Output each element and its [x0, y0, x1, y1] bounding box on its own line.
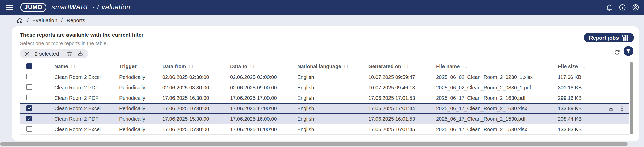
table-row[interactable]: Clean Room 2 PDFPeriodically17.06.2025 1…: [20, 93, 629, 103]
report-jobs-label: Report jobs: [589, 35, 619, 41]
cell-name: Clean Room 2 PDF: [54, 85, 119, 91]
breadcrumb-separator: /: [61, 17, 63, 23]
cell-file-size: 301.18 KB: [558, 85, 629, 91]
header-checkbox-cell: [20, 63, 54, 70]
cell-data-from: 17.06.2025 16:30:00: [162, 106, 230, 112]
row-checkbox[interactable]: [26, 105, 32, 111]
cell-generated-on: 10.07.2025 09:46:13: [368, 85, 436, 91]
row-checkbox-cell: [20, 95, 54, 102]
info-icon[interactable]: [619, 4, 626, 11]
cell-name: Clean Room 2 Excel: [54, 106, 119, 112]
cell-file-size: 117.66 KB: [558, 74, 629, 80]
cell-trigger: Periodically: [119, 85, 162, 91]
cell-name: Clean Room 2 PDF: [54, 95, 119, 101]
sort-arrows-icon: ↑↓: [462, 64, 468, 69]
cell-data-from: 17.06.2025 15:30:00: [162, 127, 230, 132]
reports-card: These reports are available with the cur…: [12, 26, 639, 141]
cell-data-to: 17.06.2025 16:00:00: [230, 127, 297, 132]
selected-count-label: 2 selected: [35, 51, 62, 57]
cell-language: English: [297, 95, 368, 101]
sort-arrows-icon: ↑↓: [70, 64, 76, 69]
row-checkbox[interactable]: [26, 126, 32, 132]
row-checkbox-cell: [20, 84, 54, 91]
bell-icon[interactable]: [605, 4, 613, 11]
row-checkbox[interactable]: [26, 84, 32, 90]
download-icon[interactable]: [77, 51, 84, 57]
cell-file-size: 299.16 KB: [558, 95, 629, 101]
sort-arrows-icon: ↑↓: [580, 64, 586, 69]
report-jobs-button[interactable]: Report jobs: [584, 33, 634, 42]
cell-language: English: [297, 116, 368, 122]
column-header-name[interactable]: Name↑↓: [54, 64, 119, 69]
cell-trigger: Periodically: [119, 74, 162, 80]
cell-file-name: 2025_06_17_Clean_Room_2_1630.xlsx: [436, 106, 558, 112]
row-checkbox-cell: [20, 116, 54, 122]
select-all-checkbox[interactable]: [26, 63, 32, 69]
cell-data-to: 17.06.2025 17:00:00: [230, 106, 297, 112]
row-checkbox[interactable]: [26, 74, 32, 79]
grid-refresh-icon: [622, 34, 629, 41]
table-row[interactable]: Clean Room 2 PDFPeriodically02.06.2025 0…: [20, 82, 629, 93]
cell-name: Clean Room 2 PDF: [54, 116, 119, 122]
table-row[interactable]: Clean Room 2 ExcelPeriodically17.06.2025…: [20, 124, 629, 135]
breadcrumb-reports: Reports: [66, 17, 85, 23]
row-checkbox-cell: [20, 105, 54, 112]
vertical-scrollbar-thumb[interactable]: [630, 62, 633, 134]
row-download-icon[interactable]: [608, 105, 614, 112]
column-header-data-to[interactable]: Data to↑↓: [230, 64, 297, 69]
card-title: These reports are available with the cur…: [20, 32, 144, 38]
card-subtitle: Select one or more reports in the table.: [20, 41, 108, 46]
cell-name: Clean Room 2 Excel: [54, 127, 119, 132]
table-row[interactable]: Clean Room 2 ExcelPeriodically17.06.2025…: [20, 103, 629, 114]
row-kebab-menu-icon[interactable]: [619, 105, 625, 112]
column-header-file-name[interactable]: File name↑↓: [436, 64, 558, 69]
column-header-generated-on[interactable]: Generated on↑↓: [368, 64, 436, 69]
trash-icon[interactable]: [66, 51, 73, 57]
cell-language: English: [297, 127, 368, 132]
sort-arrows-icon: ↑↓: [404, 64, 409, 69]
cell-data-to: 17.06.2025 16:00:00: [230, 116, 297, 122]
home-icon[interactable]: [16, 17, 23, 24]
breadcrumb-evaluation[interactable]: Evaluation: [32, 17, 57, 23]
cell-data-from: 17.06.2025 16:30:00: [162, 95, 230, 101]
cell-file-name: 2025_06_02_Clean_Room_2_0830_1.pdf: [436, 85, 558, 91]
cell-trigger: Periodically: [119, 95, 162, 101]
cell-language: English: [297, 74, 368, 80]
table-row[interactable]: Clean Room 2 PDFPeriodically17.06.2025 1…: [20, 114, 629, 124]
reports-table: Name↑↓Trigger↑↓Data from↑↓Data to↑↓Natio…: [20, 61, 629, 135]
jumo-logo: JUMO: [20, 3, 46, 12]
refresh-icon[interactable]: [614, 49, 621, 56]
table-row[interactable]: Clean Room 2 ExcelPeriodically02.06.2025…: [20, 72, 629, 82]
column-header-trigger[interactable]: Trigger↑↓: [119, 64, 162, 69]
cell-file-name: 2025_06_02_Clean_Room_2_0230_1.xlsx: [436, 74, 558, 80]
row-checkbox[interactable]: [26, 95, 32, 100]
column-header-data-from[interactable]: Data from↑↓: [162, 64, 230, 69]
selection-chip: 2 selected: [20, 49, 88, 58]
cell-trigger: Periodically: [119, 106, 162, 112]
cell-file-size: 298.44 KB: [558, 116, 629, 122]
cell-file-size: 133.83 KB: [558, 127, 629, 132]
cell-generated-on: 17.06.2025 17:01:44: [368, 106, 436, 112]
column-header-national-language[interactable]: National language↑↓: [297, 64, 368, 69]
menu-icon[interactable]: [5, 3, 14, 12]
cell-data-to: 02.06.2025 03:00:00: [230, 74, 297, 80]
filter-button[interactable]: [624, 46, 633, 56]
account-icon[interactable]: [632, 4, 639, 11]
cell-generated-on: 10.07.2025 09:59:47: [368, 74, 436, 80]
close-icon[interactable]: [24, 51, 30, 57]
cell-generated-on: 17.06.2025 16:01:45: [368, 127, 436, 132]
filter-icon: [626, 48, 631, 54]
horizontal-scrollbar-thumb[interactable]: [0, 142, 628, 146]
column-header-file-size[interactable]: File size↑↓: [558, 64, 629, 69]
sort-arrows-icon: ↑↓: [250, 64, 256, 69]
row-checkbox-cell: [20, 74, 54, 81]
row-checkbox[interactable]: [26, 116, 32, 121]
sort-arrows-icon: ↑↓: [343, 64, 349, 69]
cell-data-from: 17.06.2025 15:30:00: [162, 116, 230, 122]
cell-language: English: [297, 106, 368, 112]
cell-generated-on: 17.06.2025 17:01:53: [368, 95, 436, 101]
cell-file-name: 2025_06_17_Clean_Room_2_1630.pdf: [436, 95, 558, 101]
cell-data-to: 02.06.2025 09:00:00: [230, 85, 297, 91]
row-checkbox-cell: [20, 126, 54, 133]
table-header-row: Name↑↓Trigger↑↓Data from↑↓Data to↑↓Natio…: [20, 61, 629, 72]
